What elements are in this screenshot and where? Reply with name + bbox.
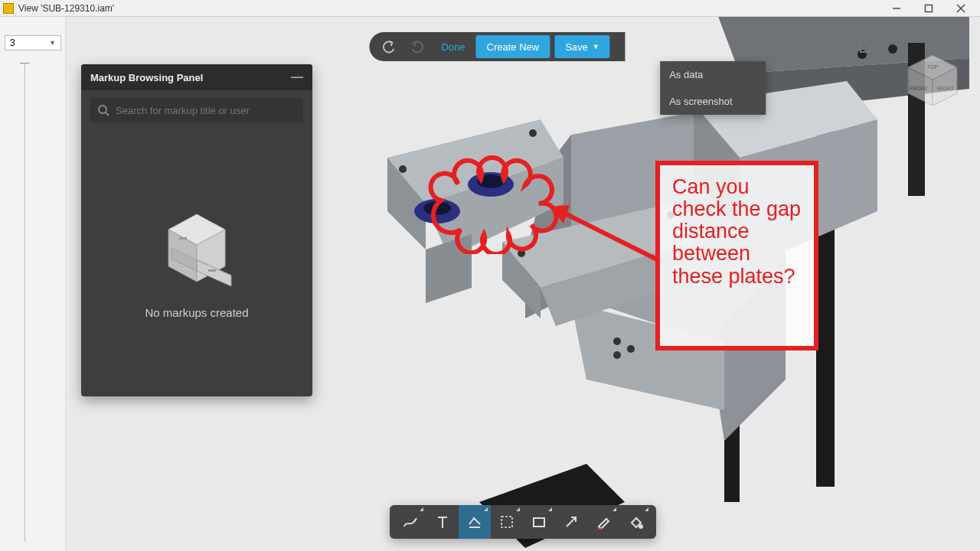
save-dropdown-menu: As data As screenshot [660, 61, 766, 115]
svg-rect-1 [926, 5, 933, 11]
svg-point-35 [399, 165, 407, 173]
panel-body: No markups created [81, 130, 312, 396]
dimension-tool[interactable] [459, 505, 491, 539]
window-minimize-button[interactable] [880, 0, 913, 17]
chevron-down-icon: ▼ [593, 43, 599, 51]
svg-line-58 [567, 517, 576, 527]
svg-point-60 [639, 525, 642, 528]
svg-point-17 [627, 345, 635, 353]
chevron-down-icon: ▼ [49, 39, 56, 47]
svg-line-41 [560, 211, 662, 262]
svg-point-16 [613, 337, 621, 345]
markup-browsing-panel: Markup Browsing Panel — [81, 64, 312, 396]
text-tool[interactable] [426, 505, 459, 539]
svg-rect-55 [208, 269, 216, 272]
panel-title: Markup Browsing Panel [90, 72, 203, 83]
redo-button[interactable] [403, 32, 430, 61]
select-tool[interactable] [491, 505, 523, 539]
panel-header[interactable]: Markup Browsing Panel — [81, 64, 312, 90]
svg-point-36 [529, 129, 537, 137]
page-selector-value: 3 [10, 37, 15, 48]
leader-arrow-annotation[interactable] [547, 201, 669, 269]
window-title: View 'SUB-129310.iam' [18, 3, 114, 14]
view-cube[interactable]: TOP FRONT RIGHT [902, 51, 963, 112]
annotation-text: Can you check the gap distance between t… [672, 176, 802, 288]
svg-rect-56 [501, 517, 512, 527]
undo-button[interactable] [375, 32, 403, 61]
done-button[interactable]: Done [430, 32, 475, 61]
svg-point-46 [99, 106, 106, 113]
svg-line-47 [106, 112, 109, 116]
svg-rect-57 [534, 518, 544, 527]
save-as-screenshot-item[interactable]: As screenshot [660, 88, 766, 115]
page-selector-dropdown[interactable]: 3 ▼ [5, 35, 61, 51]
panel-minimize-button[interactable]: — [291, 70, 303, 84]
save-as-data-item[interactable]: As data [660, 61, 766, 88]
window-titlebar: View 'SUB-129310.iam' [0, 0, 980, 17]
empty-state-message: No markups created [145, 306, 248, 319]
svg-point-18 [613, 351, 621, 359]
left-ruler-gutter: 3 ▼ [0, 17, 66, 551]
ruler-line [24, 63, 25, 542]
viewport-3d[interactable]: Can you check the gap distance between t… [66, 17, 980, 551]
window-close-button[interactable] [945, 0, 977, 17]
model-graphic [311, 17, 969, 548]
viewcube-right-label: RIGHT [937, 86, 955, 91]
app-icon [3, 3, 14, 14]
markup-top-toolbar: Done Create New Save▼ [369, 32, 625, 61]
pen-edit-tool[interactable] [587, 505, 619, 539]
markup-tool-palette [390, 505, 656, 539]
svg-point-40 [888, 44, 897, 54]
window-maximize-button[interactable] [913, 0, 945, 17]
svg-rect-54 [179, 237, 187, 240]
panel-search[interactable] [90, 98, 303, 122]
home-view-button[interactable] [856, 37, 874, 54]
save-button[interactable]: Save▼ [554, 35, 610, 58]
rectangle-tool[interactable] [523, 505, 555, 539]
revision-cloud-annotation[interactable] [426, 155, 564, 254]
search-input[interactable] [116, 105, 296, 116]
fill-tool[interactable] [619, 505, 652, 539]
viewcube-front-label: FRONT [910, 86, 929, 91]
empty-drawer-icon [155, 208, 239, 292]
arrow-tool[interactable] [555, 505, 587, 539]
freehand-tool[interactable] [394, 505, 426, 539]
search-icon [98, 105, 109, 116]
create-new-button[interactable]: Create New [476, 35, 550, 58]
text-annotation-box[interactable]: Can you check the gap distance between t… [655, 161, 818, 350]
viewcube-top-label: TOP [927, 64, 939, 70]
